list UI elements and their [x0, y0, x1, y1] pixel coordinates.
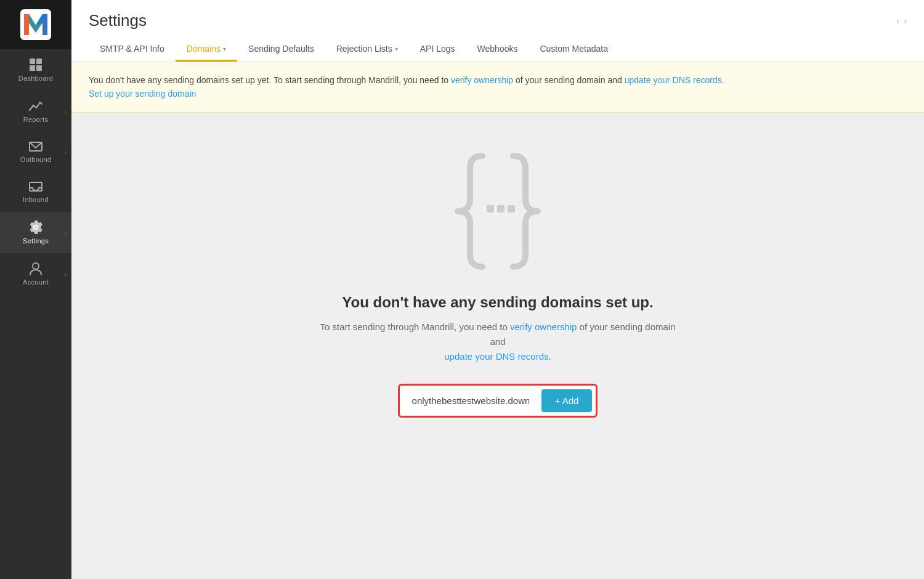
pagination-next[interactable]: ›	[904, 16, 907, 25]
tab-api-logs[interactable]: API Logs	[409, 38, 466, 62]
mail-icon	[29, 140, 43, 153]
chart-icon	[29, 99, 43, 113]
tab-smtp[interactable]: SMTP & API Info	[89, 38, 176, 62]
sidebar-item-label: Account	[23, 278, 49, 286]
page-header: Settings ‹ › SMTP & API Info Domains ▾ S…	[71, 0, 924, 62]
chevron-down-icon: ▾	[223, 46, 226, 52]
chevron-down-icon: ▾	[395, 46, 398, 52]
empty-state-description: To start sending through Mandrill, you n…	[313, 320, 683, 364]
main-content: Settings ‹ › SMTP & API Info Domains ▾ S…	[71, 0, 924, 579]
svg-rect-8	[36, 65, 42, 71]
header-top: Settings ‹ ›	[89, 11, 907, 30]
alert-setup-link[interactable]: Set up your sending domain	[89, 89, 196, 99]
svg-rect-13	[497, 205, 505, 213]
sidebar-item-reports[interactable]: Reports ›	[0, 91, 71, 132]
chevron-right-icon: ›	[65, 148, 67, 155]
pagination-prev[interactable]: ‹	[896, 16, 899, 25]
sidebar: Dashboard Reports › Outbound › In	[0, 0, 71, 579]
tab-domains[interactable]: Domains ▾	[176, 38, 237, 62]
page-title: Settings	[89, 11, 147, 30]
chevron-right-icon: ›	[65, 108, 67, 115]
sidebar-item-inbound[interactable]: Inbound	[0, 172, 71, 212]
chevron-right-icon: ›	[65, 270, 67, 277]
tab-webhooks[interactable]: Webhooks	[466, 38, 529, 62]
sidebar-item-label: Inbound	[23, 196, 49, 203]
sidebar-item-label: Settings	[23, 237, 49, 245]
tab-sending-defaults[interactable]: Sending Defaults	[237, 38, 325, 62]
header-controls: ‹ ›	[896, 16, 907, 25]
alert-verify-link[interactable]: verify ownership	[451, 75, 513, 85]
page-content: You don't have any sending domains set u…	[71, 62, 924, 579]
empty-state-title: You don't have any sending domains set u…	[342, 294, 653, 311]
svg-rect-12	[487, 205, 494, 213]
inbox-icon	[29, 180, 43, 193]
sidebar-item-label: Reports	[23, 116, 49, 123]
sidebar-item-settings[interactable]: Settings ›	[0, 212, 71, 253]
tab-rejection-lists[interactable]: Rejection Lists ▾	[325, 38, 409, 62]
svg-rect-10	[30, 182, 42, 191]
domain-input[interactable]	[403, 389, 538, 412]
empty-state-icon	[427, 150, 569, 275]
sidebar-item-dashboard[interactable]: Dashboard	[0, 49, 71, 91]
alert-text-before: You don't have any sending domains set u…	[89, 75, 448, 85]
tab-custom-metadata[interactable]: Custom Metadata	[529, 38, 619, 62]
sidebar-item-label: Outbound	[20, 156, 52, 163]
svg-rect-6	[36, 59, 42, 64]
sidebar-item-account[interactable]: Account ›	[0, 253, 71, 294]
settings-tabs: SMTP & API Info Domains ▾ Sending Defaul…	[89, 38, 907, 62]
grid-icon	[29, 58, 43, 71]
empty-dns-link[interactable]: update your DNS records	[444, 351, 548, 362]
svg-rect-7	[30, 65, 35, 71]
alert-dns-link[interactable]: update your DNS records	[625, 75, 722, 85]
svg-point-11	[33, 263, 39, 269]
svg-rect-5	[30, 59, 35, 64]
empty-verify-link[interactable]: verify ownership	[510, 322, 577, 332]
empty-state: You don't have any sending domains set u…	[71, 113, 924, 442]
domain-form: + Add	[398, 384, 598, 418]
user-icon	[30, 262, 42, 275]
alert-banner: You don't have any sending domains set u…	[71, 62, 924, 113]
sidebar-item-label: Dashboard	[18, 75, 54, 82]
sidebar-item-outbound[interactable]: Outbound ›	[0, 132, 71, 172]
chevron-right-icon: ›	[65, 229, 67, 236]
add-domain-button[interactable]: + Add	[541, 389, 593, 412]
sidebar-logo[interactable]	[0, 0, 71, 49]
gear-icon	[29, 221, 43, 234]
svg-rect-14	[508, 205, 515, 213]
alert-text-middle: of your sending domain and	[516, 75, 625, 85]
